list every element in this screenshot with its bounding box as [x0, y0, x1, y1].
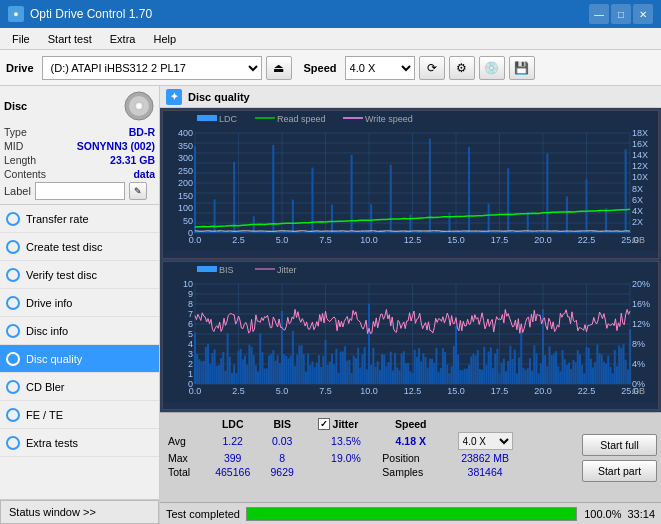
- length-value: 23.31 GB: [110, 154, 155, 166]
- menu-extra[interactable]: Extra: [102, 31, 144, 47]
- menu-bar: File Start test Extra Help: [0, 28, 661, 50]
- nav-transfer-rate[interactable]: Transfer rate: [0, 205, 159, 233]
- stats-buttons: Start full Start part: [531, 413, 661, 502]
- label-label: Label: [4, 185, 31, 197]
- samples-label: Samples: [378, 465, 443, 479]
- charts-area: [160, 108, 661, 412]
- progress-percent: 100.0%: [583, 508, 621, 520]
- disc-icon: [123, 90, 155, 122]
- speed-set-select[interactable]: 4.0 X: [458, 432, 513, 450]
- nav-create-test[interactable]: Create test disc: [0, 233, 159, 261]
- nav-icon-disc-info: [6, 324, 20, 338]
- refresh-button[interactable]: ⟳: [419, 56, 445, 80]
- nav-drive-info[interactable]: Drive info: [0, 289, 159, 317]
- nav-label-cd-bler: CD Bler: [26, 381, 65, 393]
- nav-label-extra: Extra tests: [26, 437, 78, 449]
- nav-cd-bler[interactable]: CD Bler: [0, 373, 159, 401]
- nav-icon-create: [6, 240, 20, 254]
- samples-value: 381464: [443, 465, 527, 479]
- main-layout: Disc Type BD-R MID SONYNN3 (002) Length: [0, 86, 661, 524]
- avg-jitter: 13.5%: [314, 431, 379, 451]
- max-ldc: 399: [204, 451, 261, 465]
- jitter-checkbox[interactable]: ✓: [318, 418, 330, 430]
- avg-ldc: 1.22: [204, 431, 261, 451]
- type-value: BD-R: [129, 126, 155, 138]
- label-input[interactable]: [35, 182, 125, 200]
- nav-fe-te[interactable]: FE / TE: [0, 401, 159, 429]
- status-text: Test completed: [166, 508, 240, 520]
- nav-extra-tests[interactable]: Extra tests: [0, 429, 159, 457]
- label-edit-button[interactable]: ✎: [129, 182, 147, 200]
- menu-file[interactable]: File: [4, 31, 38, 47]
- quality-header: ✦ Disc quality: [160, 86, 661, 108]
- nav-icon-verify: [6, 268, 20, 282]
- speed-label: Speed: [304, 62, 337, 74]
- col-speed: Speed: [378, 417, 443, 431]
- nav-icon-quality: [6, 352, 20, 366]
- settings-button[interactable]: ⚙: [449, 56, 475, 80]
- start-full-button[interactable]: Start full: [582, 434, 657, 456]
- drive-label: Drive: [6, 62, 34, 74]
- sidebar: Disc Type BD-R MID SONYNN3 (002) Length: [0, 86, 160, 524]
- progress-area: Test completed 100.0% 33:14: [160, 502, 661, 524]
- max-jitter: 19.0%: [314, 451, 379, 465]
- nav-icon-transfer: [6, 212, 20, 226]
- nav-disc-info[interactable]: Disc info: [0, 317, 159, 345]
- eject-button[interactable]: ⏏: [266, 56, 292, 80]
- menu-start-test[interactable]: Start test: [40, 31, 100, 47]
- minimize-button[interactable]: —: [589, 4, 609, 24]
- max-bis: 8: [261, 451, 303, 465]
- nav-label-drive: Drive info: [26, 297, 72, 309]
- mid-label: MID: [4, 140, 23, 152]
- total-bis: 9629: [261, 465, 303, 479]
- length-label: Length: [4, 154, 36, 166]
- nav-icon-fe-te: [6, 408, 20, 422]
- stats-table: LDC BIS ✓ Jitter Speed: [160, 413, 531, 502]
- nav-disc-quality[interactable]: Disc quality: [0, 345, 159, 373]
- nav-label-transfer: Transfer rate: [26, 213, 89, 225]
- col-bis: BIS: [261, 417, 303, 431]
- title-bar: ● Opti Drive Control 1.70 — □ ✕: [0, 0, 661, 28]
- app-icon: ●: [8, 6, 24, 22]
- menu-help[interactable]: Help: [145, 31, 184, 47]
- nav-label-fe-te: FE / TE: [26, 409, 63, 421]
- nav-icon-cd-bler: [6, 380, 20, 394]
- stats-bar: LDC BIS ✓ Jitter Speed: [160, 412, 661, 502]
- nav-label-verify: Verify test disc: [26, 269, 97, 281]
- pos-label: Position: [378, 451, 443, 465]
- nav-label-quality: Disc quality: [26, 353, 82, 365]
- drive-select[interactable]: (D:) ATAPI iHBS312 2 PL17: [42, 56, 262, 80]
- disc-title: Disc: [4, 100, 27, 112]
- start-part-button[interactable]: Start part: [582, 460, 657, 482]
- contents-label: Contents: [4, 168, 46, 180]
- mid-value: SONYNN3 (002): [77, 140, 155, 152]
- disc-button[interactable]: 💿: [479, 56, 505, 80]
- speed-select[interactable]: 4.0 X: [345, 56, 415, 80]
- status-window-button[interactable]: Status window >>: [0, 500, 159, 524]
- nav-icon-extra: [6, 436, 20, 450]
- type-label: Type: [4, 126, 27, 138]
- col-ldc: LDC: [204, 417, 261, 431]
- progress-bar-inner: [247, 508, 576, 520]
- quality-title: Disc quality: [188, 91, 250, 103]
- nav-label-disc-info: Disc info: [26, 325, 68, 337]
- maximize-button[interactable]: □: [611, 4, 631, 24]
- save-button[interactable]: 💾: [509, 56, 535, 80]
- close-button[interactable]: ✕: [633, 4, 653, 24]
- progress-bar-outer: [246, 507, 577, 521]
- status-section: Status window >>: [0, 499, 159, 524]
- nav-icon-drive: [6, 296, 20, 310]
- nav-label-create: Create test disc: [26, 241, 102, 253]
- pos-value: 23862 MB: [443, 451, 527, 465]
- chart-bis: [162, 261, 659, 410]
- chart-ldc: [162, 110, 659, 259]
- max-label: Max: [164, 451, 204, 465]
- nav-verify-test[interactable]: Verify test disc: [0, 261, 159, 289]
- toolbar: Drive (D:) ATAPI iHBS312 2 PL17 ⏏ Speed …: [0, 50, 661, 86]
- total-label: Total: [164, 465, 204, 479]
- app-title: Opti Drive Control 1.70: [30, 7, 152, 21]
- progress-time: 33:14: [627, 508, 655, 520]
- avg-speed: 4.18 X: [378, 431, 443, 451]
- quality-header-icon: ✦: [166, 89, 182, 105]
- disc-panel: Disc Type BD-R MID SONYNN3 (002) Length: [0, 86, 159, 205]
